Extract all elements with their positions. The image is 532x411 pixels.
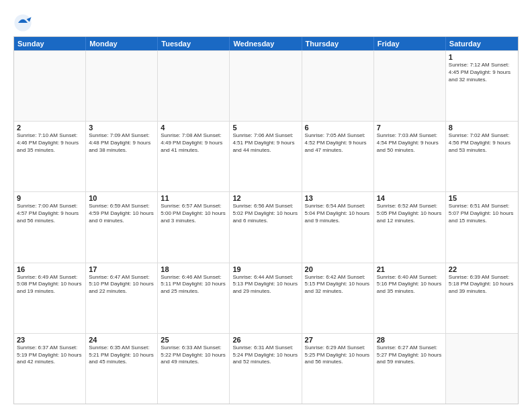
day-info: Sunrise: 7:10 AM Sunset: 4:46 PM Dayligh… <box>17 132 83 154</box>
day-info: Sunrise: 6:52 AM Sunset: 5:05 PM Dayligh… <box>377 203 443 224</box>
day-cell-19: 19Sunrise: 6:44 AM Sunset: 5:13 PM Dayli… <box>230 263 302 333</box>
weekday-header-wednesday: Wednesday <box>230 37 302 50</box>
day-info: Sunrise: 7:02 AM Sunset: 4:56 PM Dayligh… <box>449 132 515 154</box>
day-number: 15 <box>449 194 515 202</box>
day-info: Sunrise: 7:03 AM Sunset: 4:54 PM Dayligh… <box>377 132 443 154</box>
day-number: 22 <box>449 265 515 273</box>
day-cell-5: 5Sunrise: 7:06 AM Sunset: 4:51 PM Daylig… <box>230 122 302 191</box>
day-info: Sunrise: 6:42 AM Sunset: 5:15 PM Dayligh… <box>305 274 371 295</box>
logo <box>13 13 35 32</box>
day-info: Sunrise: 6:44 AM Sunset: 5:13 PM Dayligh… <box>232 274 298 295</box>
day-info: Sunrise: 6:40 AM Sunset: 5:16 PM Dayligh… <box>377 274 443 295</box>
day-info: Sunrise: 6:29 AM Sunset: 5:25 PM Dayligh… <box>305 345 371 366</box>
day-info: Sunrise: 7:00 AM Sunset: 4:57 PM Dayligh… <box>17 203 83 224</box>
day-cell-10: 10Sunrise: 6:59 AM Sunset: 4:59 PM Dayli… <box>86 192 158 262</box>
day-cell-empty-0-0 <box>14 51 86 121</box>
day-info: Sunrise: 6:39 AM Sunset: 5:18 PM Dayligh… <box>449 274 515 295</box>
day-info: Sunrise: 7:09 AM Sunset: 4:48 PM Dayligh… <box>89 132 154 154</box>
weekday-header-saturday: Saturday <box>446 37 518 50</box>
day-cell-25: 25Sunrise: 6:33 AM Sunset: 5:22 PM Dayli… <box>158 334 230 404</box>
day-number: 1 <box>449 53 515 61</box>
day-number: 10 <box>89 194 154 202</box>
day-number: 3 <box>89 124 154 132</box>
day-number: 7 <box>377 124 443 132</box>
day-number: 27 <box>305 336 371 344</box>
page: SundayMondayTuesdayWednesdayThursdayFrid… <box>0 0 532 411</box>
day-number: 18 <box>161 265 226 273</box>
calendar-row-3: 9Sunrise: 7:00 AM Sunset: 4:57 PM Daylig… <box>14 191 518 262</box>
day-cell-7: 7Sunrise: 7:03 AM Sunset: 4:54 PM Daylig… <box>374 122 446 191</box>
day-number: 12 <box>232 194 298 202</box>
day-info: Sunrise: 6:51 AM Sunset: 5:07 PM Dayligh… <box>449 203 515 224</box>
day-info: Sunrise: 7:08 AM Sunset: 4:49 PM Dayligh… <box>161 132 226 154</box>
day-number: 19 <box>232 265 298 273</box>
day-cell-2: 2Sunrise: 7:10 AM Sunset: 4:46 PM Daylig… <box>14 122 86 191</box>
day-number: 9 <box>17 194 83 202</box>
day-cell-15: 15Sunrise: 6:51 AM Sunset: 5:07 PM Dayli… <box>446 192 518 262</box>
day-cell-8: 8Sunrise: 7:02 AM Sunset: 4:56 PM Daylig… <box>446 122 518 191</box>
weekday-header-monday: Monday <box>86 37 158 50</box>
day-info: Sunrise: 6:59 AM Sunset: 4:59 PM Dayligh… <box>89 203 154 224</box>
day-cell-27: 27Sunrise: 6:29 AM Sunset: 5:25 PM Dayli… <box>302 334 374 404</box>
day-cell-4: 4Sunrise: 7:08 AM Sunset: 4:49 PM Daylig… <box>158 122 230 191</box>
day-cell-1: 1Sunrise: 7:12 AM Sunset: 4:45 PM Daylig… <box>446 51 518 121</box>
day-cell-13: 13Sunrise: 6:54 AM Sunset: 5:04 PM Dayli… <box>302 192 374 262</box>
day-info: Sunrise: 6:31 AM Sunset: 5:24 PM Dayligh… <box>232 345 298 366</box>
calendar-header: SundayMondayTuesdayWednesdayThursdayFrid… <box>14 37 518 50</box>
day-number: 17 <box>89 265 154 273</box>
day-info: Sunrise: 6:33 AM Sunset: 5:22 PM Dayligh… <box>161 345 226 366</box>
calendar-row-5: 23Sunrise: 6:37 AM Sunset: 5:19 PM Dayli… <box>14 333 518 404</box>
weekday-header-friday: Friday <box>374 37 446 50</box>
day-cell-16: 16Sunrise: 6:49 AM Sunset: 5:08 PM Dayli… <box>14 263 86 333</box>
day-info: Sunrise: 6:46 AM Sunset: 5:11 PM Dayligh… <box>161 274 226 295</box>
day-cell-12: 12Sunrise: 6:56 AM Sunset: 5:02 PM Dayli… <box>230 192 302 262</box>
day-number: 14 <box>377 194 443 202</box>
weekday-header-thursday: Thursday <box>302 37 374 50</box>
day-info: Sunrise: 6:54 AM Sunset: 5:04 PM Dayligh… <box>305 203 371 224</box>
weekday-header-sunday: Sunday <box>14 37 86 50</box>
day-info: Sunrise: 7:06 AM Sunset: 4:51 PM Dayligh… <box>232 132 298 154</box>
day-info: Sunrise: 6:49 AM Sunset: 5:08 PM Dayligh… <box>17 274 83 295</box>
day-number: 21 <box>377 265 443 273</box>
day-cell-23: 23Sunrise: 6:37 AM Sunset: 5:19 PM Dayli… <box>14 334 86 404</box>
day-cell-empty-0-5 <box>374 51 446 121</box>
day-info: Sunrise: 6:56 AM Sunset: 5:02 PM Dayligh… <box>232 203 298 224</box>
day-cell-14: 14Sunrise: 6:52 AM Sunset: 5:05 PM Dayli… <box>374 192 446 262</box>
day-cell-20: 20Sunrise: 6:42 AM Sunset: 5:15 PM Dayli… <box>302 263 374 333</box>
day-number: 6 <box>305 124 371 132</box>
day-number: 5 <box>232 124 298 132</box>
day-cell-24: 24Sunrise: 6:35 AM Sunset: 5:21 PM Dayli… <box>86 334 158 404</box>
weekday-header-tuesday: Tuesday <box>158 37 230 50</box>
day-info: Sunrise: 6:47 AM Sunset: 5:10 PM Dayligh… <box>89 274 154 295</box>
day-info: Sunrise: 6:27 AM Sunset: 5:27 PM Dayligh… <box>377 345 443 366</box>
day-number: 26 <box>232 336 298 344</box>
day-cell-empty-0-1 <box>86 51 158 121</box>
day-number: 23 <box>17 336 83 344</box>
calendar-row-2: 2Sunrise: 7:10 AM Sunset: 4:46 PM Daylig… <box>14 121 518 191</box>
day-info: Sunrise: 7:05 AM Sunset: 4:52 PM Dayligh… <box>305 132 371 154</box>
day-info: Sunrise: 6:37 AM Sunset: 5:19 PM Dayligh… <box>17 345 83 366</box>
day-cell-empty-0-4 <box>302 51 374 121</box>
day-cell-empty-0-2 <box>158 51 230 121</box>
day-info: Sunrise: 7:12 AM Sunset: 4:45 PM Dayligh… <box>449 62 515 83</box>
day-info: Sunrise: 6:57 AM Sunset: 5:00 PM Dayligh… <box>161 203 226 224</box>
day-number: 24 <box>89 336 154 344</box>
day-cell-11: 11Sunrise: 6:57 AM Sunset: 5:00 PM Dayli… <box>158 192 230 262</box>
day-number: 13 <box>305 194 371 202</box>
day-cell-21: 21Sunrise: 6:40 AM Sunset: 5:16 PM Dayli… <box>374 263 446 333</box>
day-number: 16 <box>17 265 83 273</box>
calendar-body: 1Sunrise: 7:12 AM Sunset: 4:45 PM Daylig… <box>14 50 518 404</box>
day-cell-22: 22Sunrise: 6:39 AM Sunset: 5:18 PM Dayli… <box>446 263 518 333</box>
day-number: 20 <box>305 265 371 273</box>
day-number: 28 <box>377 336 443 344</box>
day-number: 4 <box>161 124 226 132</box>
day-cell-9: 9Sunrise: 7:00 AM Sunset: 4:57 PM Daylig… <box>14 192 86 262</box>
logo-icon <box>13 13 32 32</box>
day-cell-28: 28Sunrise: 6:27 AM Sunset: 5:27 PM Dayli… <box>374 334 446 404</box>
day-number: 25 <box>161 336 226 344</box>
day-cell-empty-4-6 <box>446 334 518 404</box>
day-cell-empty-0-3 <box>230 51 302 121</box>
day-cell-3: 3Sunrise: 7:09 AM Sunset: 4:48 PM Daylig… <box>86 122 158 191</box>
day-cell-26: 26Sunrise: 6:31 AM Sunset: 5:24 PM Dayli… <box>230 334 302 404</box>
calendar-row-1: 1Sunrise: 7:12 AM Sunset: 4:45 PM Daylig… <box>14 50 518 121</box>
